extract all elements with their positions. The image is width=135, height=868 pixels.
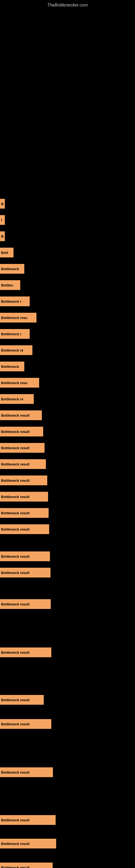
result-bar-row: Bottleneck result [0, 568, 135, 580]
result-bar-label: Bottleneck result [1, 478, 30, 483]
result-bar-row: B [0, 199, 135, 211]
result-bar-row: Bottleneck result [0, 695, 135, 707]
result-bar-label: Bottleneck result [1, 866, 30, 868]
result-bar-label: Bottleneck resu [1, 381, 28, 385]
result-bar-label: Bottleneck result [1, 446, 30, 450]
result-bar-label: Bottleneck result [1, 650, 30, 654]
result-bar-row: Bottleneck resu [0, 378, 135, 390]
result-bar-label: Bottleneck result [1, 495, 30, 499]
result-bar: Bottleneck result [0, 568, 50, 578]
result-bar: Bottleneck re [0, 345, 32, 355]
result-bar-row: I [0, 215, 135, 227]
result-bar-label: Bottleneck result [1, 698, 30, 702]
site-title: TheBottlenecker.com [0, 0, 135, 9]
result-bar: Bottleneck result [0, 648, 51, 657]
result-bar: Bottleneck r [0, 297, 30, 306]
result-bar-row: Bottleneck [0, 362, 135, 373]
result-bar-row: B [0, 231, 135, 243]
result-bar-row: Bottleneck r [0, 297, 135, 308]
result-bar-label: Bottleneck result [1, 511, 30, 515]
result-bar-label: B [1, 235, 3, 239]
result-bar-label: Bottleneck [1, 267, 19, 271]
result-bar-label: Bottleneck result [1, 527, 30, 531]
result-bar: Bottleneck result [0, 767, 53, 777]
result-bar: Bottleneck result [0, 695, 44, 705]
result-bar-row: Bottleneck result [0, 599, 135, 611]
result-bar-row: Bottleneck resu [0, 313, 135, 325]
result-bar: Bottleneck result [0, 863, 53, 868]
result-bar: Bottleneck result [0, 839, 56, 848]
result-bar-row: Bottleneck result [0, 410, 135, 422]
result-bar-row: Bottleneck result [0, 815, 135, 827]
result-bar-label: Bottleneck resu [1, 316, 28, 320]
result-bar-label: Bottleneck result [1, 462, 30, 466]
result-bar: Bottleneck result [0, 427, 43, 436]
result-bar: Bottleneck result [0, 552, 50, 561]
result-bar: Bottleneck result [0, 524, 49, 534]
result-bar: Bottleneck [0, 264, 24, 274]
result-bar-row: Bottleneck [0, 264, 135, 276]
result-bar-label: Bottleneck result [1, 602, 30, 606]
result-bar: Bottleneck result [0, 475, 47, 485]
result-bar-row: Bottleneck result [0, 719, 135, 731]
result-bar: Bottleneck re [0, 394, 34, 404]
result-bar: B [0, 199, 5, 209]
result-bar-label: Bottleneck result [1, 722, 30, 726]
result-bar: Bott [0, 248, 13, 257]
result-bar: B [0, 231, 5, 241]
result-bar-label: Bottleneck [1, 365, 19, 369]
result-bar-row: Bottleneck result [0, 427, 135, 439]
result-bar: Bottleneck result [0, 492, 48, 501]
result-bar: Bottleneck result [0, 443, 45, 453]
result-bar: Bottleneck result [0, 719, 51, 729]
result-bar-row: Bottleneck result [0, 839, 135, 850]
result-bar-row: Bottleneck result [0, 443, 135, 455]
result-bar-row: Bottleneck result [0, 475, 135, 488]
result-bar-row: Bottleneck result [0, 863, 135, 868]
result-bar-label: Bottleneck result [1, 842, 30, 846]
result-bar-row: Bottleneck r [0, 329, 135, 341]
result-bar: I [0, 215, 5, 225]
result-bar-row: Bott [0, 248, 135, 259]
result-bar: Bottleneck r [0, 329, 30, 339]
result-bar-label: Bottleneck result [1, 430, 30, 434]
result-bar-label: Bottleneck result [1, 413, 30, 417]
result-bar-label: B [1, 202, 3, 206]
result-bar-row: Bottleneck result [0, 459, 135, 471]
result-bar: Bottleneck result [0, 508, 49, 518]
result-bar-label: I [1, 218, 2, 222]
result-bar: Bottlen [0, 280, 20, 290]
result-bar-label: Bottleneck result [1, 770, 30, 774]
result-bar: Bottleneck result [0, 815, 56, 825]
result-bar-row: Bottleneck re [0, 345, 135, 357]
result-bar: Bottleneck resu [0, 313, 37, 322]
result-bar: Bottleneck resu [0, 378, 39, 388]
result-bar-row: Bottlen [0, 280, 135, 292]
result-bar-label: Bottleneck r [1, 300, 21, 304]
result-bar-row: Bottleneck result [0, 524, 135, 536]
result-bar-row: Bottleneck result [0, 767, 135, 779]
result-bar: Bottleneck result [0, 459, 46, 469]
result-bar-label: Bottlen [1, 283, 13, 287]
result-bar-label: Bottleneck re [1, 348, 23, 352]
result-bar-label: Bott [1, 251, 8, 255]
result-bar: Bottleneck result [0, 599, 51, 609]
result-bar-row: Bottleneck result [0, 508, 135, 520]
result-bar-label: Bottleneck r [1, 332, 21, 336]
result-bar-label: Bottleneck result [1, 818, 30, 822]
result-bar-label: Bottleneck result [1, 571, 30, 575]
result-bar-label: Bottleneck re [1, 397, 23, 401]
result-bar-label: Bottleneck result [1, 554, 30, 558]
result-bar-row: Bottleneck result [0, 648, 135, 659]
result-bar-row: Bottleneck re [0, 394, 135, 406]
result-bar: Bottleneck result [0, 410, 42, 420]
result-bar-row: Bottleneck result [0, 552, 135, 563]
result-bar-row: Bottleneck result [0, 492, 135, 504]
result-bar: Bottleneck [0, 362, 24, 371]
